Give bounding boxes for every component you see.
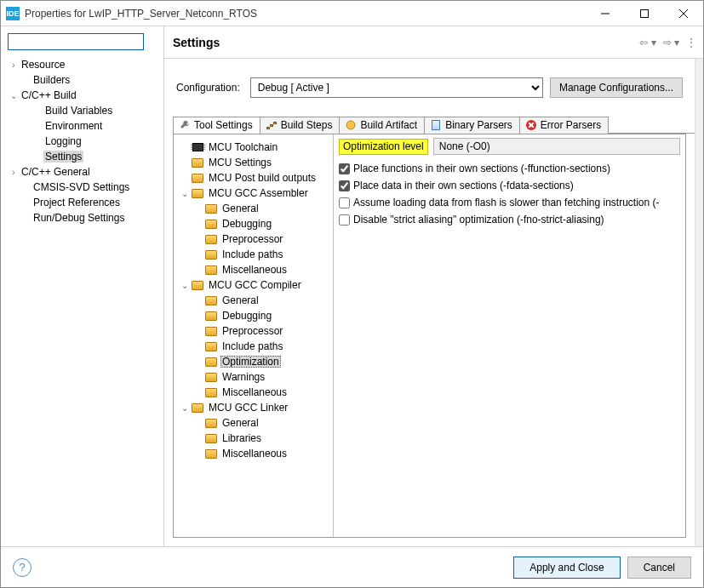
error-icon: [525, 119, 537, 131]
left-pane: ›ResourceBuilders⌄C/C++ BuildBuild Varia…: [1, 26, 164, 546]
optimization-level-select[interactable]: None (-O0): [433, 138, 680, 155]
category-tree-item[interactable]: Logging: [8, 134, 160, 149]
tool-tree-label: MCU GCC Linker: [207, 402, 289, 414]
tool-tree-label: Warnings: [220, 371, 266, 383]
tool-tree-item[interactable]: MCU Post build outputs: [175, 170, 331, 186]
option-checkbox[interactable]: [339, 214, 350, 225]
tool-tree-item[interactable]: ⌄MCU GCC Assembler: [175, 186, 331, 201]
tool-tree-item[interactable]: Libraries: [175, 431, 331, 446]
tab-build-steps[interactable]: Build Steps: [260, 117, 341, 134]
tree-twisty-icon[interactable]: ›: [8, 168, 20, 177]
tool-tree-item[interactable]: Preprocessor: [175, 231, 331, 247]
option-checkbox-row[interactable]: Place data in their own sections (-fdata…: [339, 177, 680, 194]
configuration-select[interactable]: Debug [ Active ]: [250, 77, 543, 98]
tree-item-label: C/C++ Build: [20, 89, 78, 101]
svg-rect-1: [641, 9, 649, 17]
tab-bar: Tool SettingsBuild StepsBuild ArtifactBi…: [164, 113, 695, 134]
menu-icon[interactable]: ⋮: [686, 37, 696, 49]
tool-tree-label: Miscellaneous: [220, 386, 289, 398]
category-tree-item[interactable]: Settings: [8, 149, 160, 164]
tool-tree-item[interactable]: ⌄MCU GCC Compiler: [175, 277, 331, 293]
tree-twisty-icon[interactable]: ⌄: [179, 403, 191, 413]
tool-tree-item[interactable]: General: [175, 415, 331, 431]
app-icon: IDE: [6, 7, 20, 20]
maximize-button[interactable]: [625, 1, 664, 26]
tree-twisty-icon[interactable]: ⌄: [179, 281, 191, 290]
tool-settings-tree[interactable]: MCU ToolchainMCU SettingsMCU Post build …: [174, 134, 334, 537]
tool-tree-item[interactable]: Preprocessor: [175, 323, 331, 339]
tab-label: Binary Parsers: [445, 119, 512, 131]
tool-tree-item[interactable]: Warnings: [175, 369, 331, 385]
optimization-level-label: Optimization level: [339, 139, 428, 155]
tree-twisty-icon[interactable]: ⌄: [179, 189, 191, 198]
tool-tree-item[interactable]: Include paths: [175, 339, 331, 354]
tool-tree-item[interactable]: Miscellaneous: [175, 262, 331, 277]
tool-tree-item[interactable]: General: [175, 293, 331, 308]
filter-input[interactable]: [8, 33, 144, 50]
tree-twisty-icon[interactable]: ⌄: [8, 91, 20, 100]
tab-build-artifact[interactable]: Build Artifact: [339, 117, 425, 134]
tool-tree-label: MCU Toolchain: [207, 141, 279, 153]
tree-item-label: Project References: [31, 197, 122, 208]
category-tree-item[interactable]: Project References: [8, 195, 160, 210]
tool-tree-label: Include paths: [220, 340, 284, 352]
category-tree-item[interactable]: Builders: [8, 72, 160, 88]
tab-label: Error Parsers: [541, 119, 601, 131]
option-checkbox-row[interactable]: Disable "strict aliasing" optimization (…: [339, 211, 680, 228]
stairs-icon: [266, 119, 278, 131]
manage-configurations-button[interactable]: Manage Configurations...: [550, 77, 683, 98]
tool-tree-item[interactable]: Miscellaneous: [175, 446, 331, 461]
apply-and-close-button[interactable]: Apply and Close: [513, 557, 620, 579]
folder-icon: [204, 448, 218, 460]
tool-tree-item[interactable]: Debugging: [175, 216, 331, 231]
tool-tree-label: Preprocessor: [220, 325, 284, 337]
tree-twisty-icon[interactable]: ›: [8, 60, 20, 70]
category-tree-item[interactable]: ›Resource: [8, 57, 160, 72]
tree-item-label: Build Variables: [43, 105, 114, 117]
tool-tree-label: Miscellaneous: [220, 448, 289, 460]
option-checkbox-label: Disable "strict aliasing" optimization (…: [353, 214, 604, 225]
category-tree-item[interactable]: Environment: [8, 118, 160, 134]
tree-item-label: Settings: [43, 151, 83, 163]
right-scrollbar[interactable]: [695, 59, 703, 546]
options-panel: Optimization level None (-O0) Place func…: [334, 134, 685, 537]
option-checkbox[interactable]: [339, 163, 350, 174]
tool-tree-item[interactable]: Include paths: [175, 247, 331, 262]
category-tree-item[interactable]: Build Variables: [8, 103, 160, 118]
folder-icon: [204, 432, 218, 444]
tool-tree-item[interactable]: MCU Settings: [175, 155, 331, 170]
category-tree-item[interactable]: Run/Debug Settings: [8, 210, 160, 225]
folder-icon: [204, 371, 218, 383]
tab-tool-settings[interactable]: Tool Settings: [173, 117, 260, 134]
close-button[interactable]: [664, 1, 703, 26]
forward-icon[interactable]: ⇨ ▾: [663, 37, 679, 49]
titlebar: IDE Properties for LwIP_HTTP_Server_Netc…: [1, 1, 703, 26]
folder-icon: [204, 325, 218, 337]
option-checkbox-row[interactable]: Assume loading data from flash is slower…: [339, 194, 680, 211]
option-checkbox-label: Place functions in their own sections (-…: [353, 163, 610, 174]
cancel-button[interactable]: Cancel: [627, 557, 691, 579]
category-tree[interactable]: ›ResourceBuilders⌄C/C++ BuildBuild Varia…: [8, 57, 160, 543]
tab-binary-parsers[interactable]: Binary Parsers: [424, 117, 520, 134]
tool-tree-label: Debugging: [220, 310, 273, 322]
help-icon[interactable]: ?: [13, 558, 31, 577]
option-checkbox-row[interactable]: Place functions in their own sections (-…: [339, 160, 680, 177]
tool-tree-item[interactable]: Optimization: [175, 354, 331, 369]
category-tree-item[interactable]: CMSIS-SVD Settings: [8, 180, 160, 195]
category-tree-item[interactable]: ›C/C++ General: [8, 164, 160, 180]
tool-tree-item[interactable]: Miscellaneous: [175, 385, 331, 400]
tool-tree-item[interactable]: ⌄MCU GCC Linker: [175, 400, 331, 415]
option-checkbox[interactable]: [339, 197, 350, 208]
back-icon[interactable]: ⇦ ▾: [639, 37, 655, 49]
tool-tree-label: General: [220, 203, 260, 214]
category-tree-item[interactable]: ⌄C/C++ Build: [8, 88, 160, 103]
artifact-icon: [345, 119, 357, 131]
tab-error-parsers[interactable]: Error Parsers: [519, 117, 609, 134]
minimize-button[interactable]: [586, 1, 625, 26]
tool-tree-item[interactable]: MCU Toolchain: [175, 140, 331, 155]
svg-point-4: [346, 121, 355, 129]
tool-tree-item[interactable]: Debugging: [175, 308, 331, 323]
option-checkbox[interactable]: [339, 180, 350, 191]
tab-label: Build Steps: [281, 119, 333, 131]
tool-tree-item[interactable]: General: [175, 201, 331, 216]
